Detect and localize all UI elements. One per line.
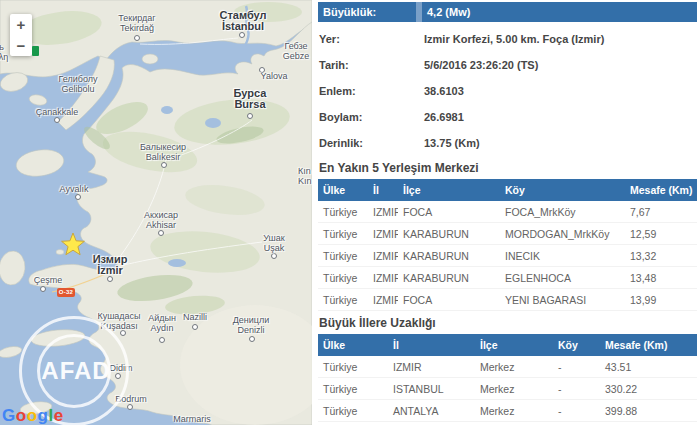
cell: FOCA (398, 289, 500, 311)
map-zoom-control: + − (10, 14, 32, 56)
map[interactable]: ТекирдагTekirdağ Стамбулİstanbul ГебзеGe… (0, 0, 312, 425)
table-row: TürkiyeIZMIRFOCAYENI BAGARASI13,99 (318, 289, 697, 311)
table-header-row: Ülke İl İlçe Köy Mesafe (Km) (318, 179, 697, 201)
cell: - (553, 356, 600, 378)
map-label-edge-right: КınKın (298, 166, 312, 186)
cell: 43.51 (600, 356, 697, 378)
table-row: TürkiyeANKARAMerkez-550.64 (318, 422, 697, 425)
nearest-settlements-table: Ülke İl İlçe Köy Mesafe (Km) TürkiyeIZMI… (318, 179, 697, 311)
detail-label: Derinlik: (318, 137, 424, 149)
cell: Merkez (475, 356, 553, 378)
cell: YENI BAGARASI (500, 289, 625, 311)
detail-value: 13.75 (Km) (424, 137, 697, 149)
cell: 550.64 (600, 422, 697, 425)
earthquake-epicenter-star[interactable] (61, 232, 87, 258)
city-marker (54, 117, 60, 123)
cell: 12,59 (625, 223, 697, 245)
cell: 13,32 (625, 245, 697, 267)
map-label-balikesir: БалыкесирBalıkesir (140, 142, 186, 162)
detail-value: 5/6/2016 23:26:20 (TS) (424, 59, 697, 71)
cell: Türkiye (318, 400, 388, 422)
cell: Türkiye (318, 422, 388, 425)
col-header: İl (388, 334, 475, 356)
cell: IZMIR (368, 289, 398, 311)
city-marker (40, 286, 46, 292)
map-label-aydin: АйдынAydın (148, 313, 176, 333)
cell: 13,48 (625, 267, 697, 289)
col-header: İlçe (398, 179, 500, 201)
cell: ISTANBUL (388, 378, 475, 400)
col-header: Köy (500, 179, 625, 201)
col-header: İl (368, 179, 398, 201)
cell: KARABURUN (398, 223, 500, 245)
col-header: Ülke (318, 334, 388, 356)
google-logo[interactable]: Google (2, 406, 64, 425)
cell: - (553, 378, 600, 400)
zoom-in-button[interactable]: + (10, 14, 32, 35)
city-marker (158, 230, 164, 236)
cell: - (553, 422, 600, 425)
cell: 13,99 (625, 289, 697, 311)
detail-label: Enlem: (318, 85, 424, 97)
table-row: TürkiyeIZMIRFOCAFOCA_MrkKöy7,67 (318, 201, 697, 223)
cell: IZMIR (368, 245, 398, 267)
city-marker (134, 35, 140, 41)
earthquake-report-page: ТекирдагTekirdağ Стамбулİstanbul ГебзеGe… (0, 0, 700, 425)
cell: Merkez (475, 422, 553, 425)
map-label-canakkale: Çanakkale (36, 107, 79, 117)
earthquake-detail-panel: Büyüklük: 4,2 (Mw) Yer: Izmir Korfezi, 5… (312, 0, 700, 425)
table-row: TürkiyeANTALYAMerkez-399.88 (318, 400, 697, 422)
zoom-out-button[interactable]: − (10, 35, 32, 56)
cell: ANTALYA (388, 400, 475, 422)
major-cities-table: Ülke İl İlçe Köy Mesafe (Km) TürkiyeIZMI… (318, 334, 697, 425)
nearest-settlements-title: En Yakın 5 Yerleşim Merkezi (319, 161, 697, 175)
col-header: Mesafe (Km) (625, 179, 697, 201)
map-label-istanbul: Стамбулİstanbul (219, 10, 266, 32)
detail-value: 26.6981 (424, 111, 697, 123)
cell: MORDOGAN_MrkKöy (500, 223, 625, 245)
road-badge: O-32 (57, 288, 75, 297)
col-header: Köy (553, 334, 600, 356)
col-header: İlçe (475, 334, 553, 356)
detail-label: Tarih: (318, 59, 424, 71)
city-marker (115, 373, 121, 379)
cell: IZMIR (388, 356, 475, 378)
cell: Türkiye (318, 289, 368, 311)
table-row: TürkiyeIZMIRKARABURUNINECIK13,32 (318, 245, 697, 267)
cell: Türkiye (318, 356, 388, 378)
cell: Türkiye (318, 223, 368, 245)
map-label-nazilli: Nazilli (183, 312, 207, 322)
map-label-cesme: Çeşme (34, 275, 63, 285)
table-header-row: Ülke İl İlçe Köy Mesafe (Km) (318, 334, 697, 356)
cell: 7,67 (625, 201, 697, 223)
cell: IZMIR (368, 201, 398, 223)
detail-row-derinlik: Derinlik: 13.75 (Km) (318, 130, 697, 156)
table-row: TürkiyeIZMIRKARABURUNMORDOGAN_MrkKöy12,5… (318, 223, 697, 245)
detail-label: Boylam: (318, 111, 424, 123)
map-label-edge-left: льολη (0, 42, 8, 62)
map-label-izmir: Измирİzmir (93, 254, 128, 276)
col-header: Mesafe (Km) (600, 334, 697, 356)
cell: KARABURUN (398, 245, 500, 267)
cell: IZMIR (368, 223, 398, 245)
cell: Merkez (475, 400, 553, 422)
map-label-ayvalik: Ayvalık (60, 184, 89, 194)
table-row: TürkiyeIZMIRMerkez-43.51 (318, 356, 697, 378)
city-marker (271, 253, 277, 259)
map-label-didim: Didim (109, 363, 132, 373)
cell: FOCA (398, 201, 500, 223)
map-label-tekirdag: ТекирдагTekirdağ (118, 13, 155, 33)
city-marker (75, 194, 81, 200)
cell: EGLENHOCA (500, 267, 625, 289)
magnitude-label: Büyüklük: (318, 2, 416, 22)
detail-value: 38.6103 (424, 85, 697, 97)
table-row: TürkiyeISTANBULMerkez-330.22 (318, 378, 697, 400)
city-marker (161, 162, 167, 168)
cell: FOCA_MrkKöy (500, 201, 625, 223)
detail-row-enlem: Enlem: 38.6103 (318, 78, 697, 104)
col-header: Ülke (318, 179, 368, 201)
cell: Türkiye (318, 267, 368, 289)
detail-rows: Yer: Izmir Korfezi, 5.00 km. Foça (Izmir… (318, 26, 697, 156)
map-label-marmaris: Marmaris (173, 414, 211, 424)
detail-row-yer: Yer: Izmir Korfezi, 5.00 km. Foça (Izmir… (318, 26, 697, 52)
